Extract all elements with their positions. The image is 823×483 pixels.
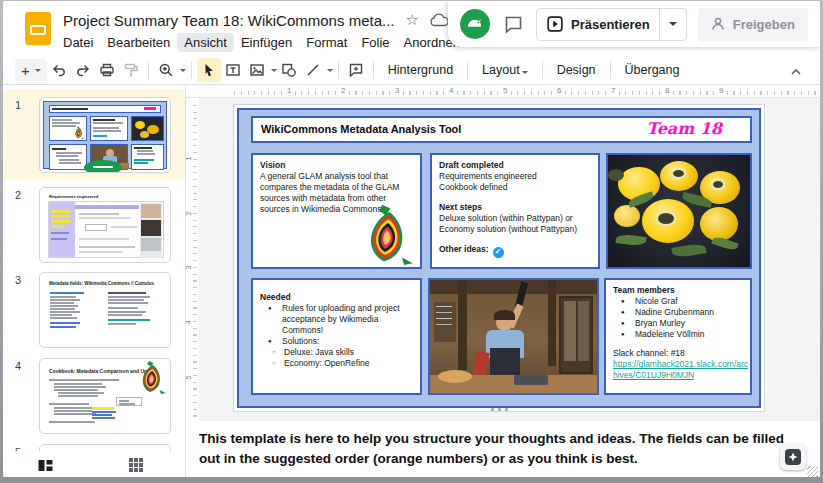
status-line: Requirements engineered — [439, 171, 591, 182]
vision-heading: Vision — [260, 160, 413, 171]
print-button[interactable] — [95, 58, 119, 82]
onion-logo — [355, 203, 417, 265]
paint-format-button[interactable] — [119, 58, 143, 82]
toolbar-separator — [542, 61, 543, 79]
current-slide[interactable]: WikiCommons Metadata Analysis Tool Team … — [234, 105, 764, 411]
layout-button[interactable]: Layout — [473, 58, 537, 82]
zoom-caret[interactable] — [180, 69, 186, 72]
toolbar-separator — [338, 61, 339, 79]
slide-thumbnail-1[interactable] — [39, 97, 171, 173]
plus-icon: + — [21, 63, 30, 78]
app-window: Project Summary Team 18: WikiCommons met… — [3, 1, 820, 477]
undo-button[interactable] — [47, 58, 71, 82]
menu-ansicht[interactable]: Ansicht — [177, 33, 234, 52]
slide-number: 4 — [15, 360, 21, 372]
slide-thumbnail-4[interactable]: Cookbook: Metadata Comparison and Up — [39, 358, 171, 434]
status-box[interactable]: Draft completed Requirements engineered … — [430, 153, 600, 269]
team-heading: Team members — [613, 285, 743, 296]
star-icon[interactable]: ☆ — [405, 11, 418, 29]
transition-button[interactable]: Übergang — [616, 58, 689, 82]
kitchen-photo[interactable] — [428, 278, 599, 395]
google-slides-logo[interactable] — [25, 12, 51, 45]
grid-view-button[interactable] — [124, 453, 148, 477]
check-badge-icon: ✓ — [493, 247, 504, 258]
explore-button[interactable] — [780, 444, 806, 470]
needed-box[interactable]: Needed Rules for uploading and project a… — [251, 278, 422, 395]
textbox-tool-button[interactable] — [221, 58, 245, 82]
header-actions-card: Präsentieren Freigeben J — [448, 1, 820, 47]
glamhack-oval-logo — [84, 160, 122, 173]
layout-caret — [522, 71, 528, 74]
speaker-notes-area: This template is here to help you struct… — [186, 421, 820, 477]
design-button[interactable]: Design — [548, 58, 605, 82]
present-play-icon — [547, 16, 563, 32]
slide-thumbnail-3[interactable]: Metadata fields: Wikimedia Commons // Cu… — [39, 272, 171, 348]
team-member: Nicole Graf — [613, 296, 743, 307]
present-options-caret[interactable] — [669, 22, 677, 26]
needed-heading: Needed — [260, 292, 413, 303]
share-person-icon — [711, 17, 726, 31]
slack-link[interactable]: https://glamhack2021.slack.com/archives/… — [613, 359, 749, 381]
share-button[interactable]: Freigeben — [698, 8, 808, 41]
line-tool-caret[interactable] — [327, 69, 333, 72]
toolbar-separator — [148, 61, 149, 79]
menu-einfuegen[interactable]: Einfügen — [234, 33, 299, 52]
needed-item: Solutions: — [260, 336, 413, 347]
menu-bearbeiten[interactable]: Bearbeiten — [100, 33, 177, 52]
vision-box[interactable]: Vision A general GLAM analysis tool that… — [251, 153, 422, 269]
status-line: Cookbook defined — [439, 182, 591, 193]
notes-divider-handle[interactable] — [491, 408, 508, 411]
slide-title-box[interactable]: WikiCommons Metadata Analysis Tool Team … — [251, 116, 752, 143]
team-member: Madeleine Völlmin — [613, 329, 743, 340]
zoom-button[interactable] — [154, 58, 178, 82]
comments-icon[interactable] — [501, 12, 525, 36]
pattypan-photo[interactable] — [606, 153, 752, 269]
share-label: Freigeben — [733, 17, 795, 32]
vertical-ruler: 1 2 3 4 5 — [186, 98, 199, 421]
cloud-status-icon — [430, 13, 449, 27]
thumbnail-art — [43, 101, 167, 169]
background-button[interactable]: Hintergrund — [379, 58, 462, 82]
new-slide-caret[interactable] — [35, 69, 41, 72]
document-title[interactable]: Project Summary Team 18: WikiCommons met… — [63, 12, 394, 29]
slide-thumbnail-2[interactable]: Requirements engineered — [39, 187, 171, 263]
insert-comment-button[interactable] — [344, 58, 368, 82]
menu-folie[interactable]: Folie — [354, 33, 396, 52]
collapse-toolbar-button[interactable] — [784, 60, 808, 84]
notes-text[interactable]: This template is here to help you struct… — [199, 429, 805, 470]
needed-subitem: Economy: OpenRefine — [260, 358, 413, 369]
layout-label: Layout — [482, 63, 520, 77]
editor-canvas: 1 2 3 4 5 6 7 8 9 1 2 3 4 5 — [186, 85, 820, 477]
slide-filmstrip: 1 — [3, 85, 186, 477]
present-button[interactable]: Präsentieren — [536, 8, 687, 41]
menu-format[interactable]: Format — [299, 33, 354, 52]
hedgehog-extension-icon[interactable] — [460, 9, 490, 39]
redo-button[interactable] — [71, 58, 95, 82]
menu-datei[interactable]: Datei — [56, 33, 100, 52]
resize-grip[interactable] — [807, 466, 818, 477]
slide-number: 2 — [15, 189, 21, 201]
team-name: Team 18 — [647, 119, 722, 140]
status-done-heading: Draft completed — [439, 160, 591, 171]
line-tool-button[interactable] — [301, 58, 325, 82]
team-box[interactable]: Team members Nicole Graf Nadine Grubenma… — [604, 278, 752, 395]
shape-tool-button[interactable] — [277, 58, 301, 82]
horizontal-ruler: 1 2 3 4 5 6 7 8 9 — [186, 85, 820, 98]
team-member: Nadine Grubenmann — [613, 307, 743, 318]
select-tool-button[interactable] — [197, 58, 221, 82]
toolbar-separator — [467, 61, 468, 79]
thumbnail-art — [48, 201, 164, 258]
toolbar-separator — [373, 61, 374, 79]
slack-channel-label: Slack channel: #18 — [613, 348, 743, 359]
insert-image-button[interactable] — [245, 58, 269, 82]
needed-item: Rules for uploading and project acceptan… — [260, 303, 413, 336]
new-slide-button[interactable]: + — [15, 59, 47, 81]
filmstrip-view-button[interactable] — [33, 453, 57, 477]
slide-number: 1 — [15, 99, 21, 111]
present-divider — [659, 9, 660, 40]
insert-image-caret[interactable] — [271, 69, 277, 72]
status-line: Deluxe solution (within Pattypan) or — [439, 213, 591, 224]
toolbar-separator — [610, 61, 611, 79]
team-member: Bryan Murley — [613, 318, 743, 329]
other-ideas-label: Other ideas: — [439, 244, 489, 254]
